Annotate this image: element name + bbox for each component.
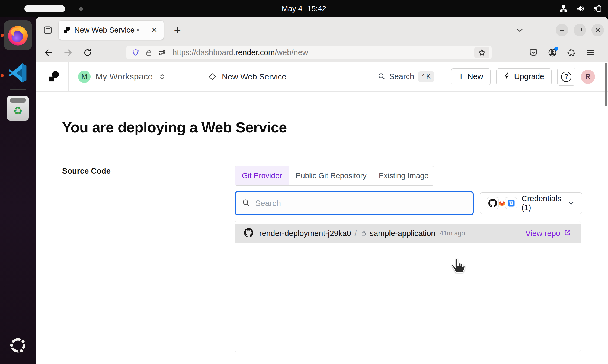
- tab-title: New Web Service • Rend: [74, 26, 142, 34]
- question-mark-icon: ?: [561, 72, 571, 82]
- private-repo-lock-icon: [360, 230, 367, 237]
- workspace-indicator-dot[interactable]: [79, 7, 83, 11]
- repo-search-box[interactable]: [235, 191, 474, 215]
- page-scrollbar-thumb[interactable]: [605, 63, 607, 106]
- repo-name: sample-application: [370, 229, 436, 238]
- trash-bin: ♻: [7, 96, 29, 121]
- system-tray[interactable]: [559, 0, 603, 17]
- workspace-switcher[interactable]: M My Workspace: [69, 62, 195, 91]
- repo-separator: /: [355, 229, 357, 238]
- system-clock[interactable]: May 4 15:42: [282, 0, 326, 17]
- repo-owner: render-deployment-j29ka0: [259, 229, 351, 238]
- help-button[interactable]: ?: [557, 68, 575, 86]
- permissions-sliders-icon[interactable]: [158, 48, 167, 57]
- credential-provider-icons: [487, 197, 517, 209]
- search-label: Search: [389, 72, 414, 81]
- mouse-cursor-pointer: [450, 258, 466, 274]
- credentials-label: Credentials (1): [521, 194, 567, 212]
- firefox-running-dot: [1, 34, 4, 37]
- url-domain: render.com: [235, 48, 275, 57]
- firefox-dock-icon[interactable]: [7, 24, 29, 48]
- repo-row[interactable]: render-deployment-j29ka0 / sample-applic…: [235, 224, 581, 243]
- url-path: /web/new: [275, 48, 308, 57]
- bitbucket-icon: [505, 197, 517, 209]
- view-repo-link[interactable]: View repo: [526, 229, 571, 238]
- menu-hamburger-icon[interactable]: [584, 46, 597, 59]
- show-apps-ubuntu-icon[interactable]: [8, 335, 28, 357]
- system-top-bar: May 4 15:42: [0, 0, 608, 17]
- search-icon: [242, 198, 250, 208]
- source-code-label: Source Code: [62, 167, 111, 175]
- tab-title-fade: [133, 23, 149, 37]
- workspace-indicator-pill[interactable]: [24, 5, 65, 12]
- external-link-icon: [564, 229, 571, 238]
- network-icon: [559, 4, 568, 13]
- lightning-bolt-icon: [504, 72, 511, 82]
- desktop: May 4 15:42: [0, 0, 608, 364]
- github-icon: [487, 197, 499, 209]
- search-icon: [377, 72, 386, 81]
- bookmark-star-icon[interactable]: [474, 47, 489, 58]
- search-shortcut-badge: ^ K: [418, 71, 434, 82]
- reload-button[interactable]: [81, 46, 94, 59]
- tab-existing-image[interactable]: Existing Image: [373, 166, 434, 185]
- new-tab-button[interactable]: +: [170, 23, 185, 37]
- workspace-name: My Workspace: [95, 72, 153, 82]
- view-repo-label: View repo: [526, 229, 560, 238]
- upgrade-button-label: Upgrade: [514, 72, 544, 81]
- forward-button[interactable]: [62, 46, 74, 59]
- global-search[interactable]: Search ^ K: [377, 71, 434, 82]
- render-logo[interactable]: [48, 70, 60, 83]
- list-tabs-chevron-icon[interactable]: [513, 24, 527, 36]
- tracking-protection-shield-icon[interactable]: [131, 48, 140, 57]
- workspace-updown-chevron-icon: [158, 73, 166, 81]
- tab-public-git-repository[interactable]: Public Git Repository: [289, 166, 373, 185]
- user-avatar[interactable]: R: [581, 70, 595, 84]
- chevron-down-icon: [567, 199, 575, 207]
- credentials-dropdown[interactable]: Credentials (1): [480, 192, 582, 214]
- url-bar[interactable]: https://dashboard.render.com/web/new: [126, 46, 492, 59]
- restore-button[interactable]: [574, 24, 586, 36]
- new-button-label: New: [468, 72, 483, 81]
- lock-icon[interactable]: [145, 49, 153, 57]
- trash-dock-icon[interactable]: ♻: [7, 96, 29, 121]
- battery-icon: [592, 4, 603, 13]
- page-title: New Web Service: [222, 72, 286, 81]
- account-notification-dot: [554, 47, 558, 51]
- clock-date: May 4: [282, 4, 302, 13]
- browser-tab[interactable]: New Web Service • Rend ✕: [59, 21, 164, 40]
- vscode-dock-icon[interactable]: [7, 60, 29, 87]
- dock-divider: [10, 89, 26, 90]
- pocket-icon[interactable]: [527, 46, 540, 59]
- account-icon[interactable]: [546, 46, 559, 59]
- vscode-running-dot: [1, 74, 4, 77]
- extensions-puzzle-icon[interactable]: [565, 46, 578, 59]
- firefox-view-button[interactable]: [41, 24, 54, 36]
- service-diamond-icon: [208, 73, 216, 81]
- tab-git-provider[interactable]: Git Provider: [235, 166, 289, 185]
- back-button[interactable]: [42, 46, 55, 59]
- close-window-button[interactable]: [591, 24, 604, 36]
- main-content: You are deploying a Web Service Source C…: [36, 92, 608, 364]
- url-text: https://dashboard.render.com/web/new: [172, 48, 308, 57]
- page-heading: You are deploying a Web Service: [62, 119, 287, 136]
- browser-toolbar: https://dashboard.render.com/web/new: [36, 43, 608, 62]
- upgrade-button[interactable]: Upgrade: [496, 68, 552, 85]
- repo-updated-time: 41m ago: [440, 229, 465, 237]
- workspace-avatar: M: [78, 71, 91, 83]
- source-type-tabs: Git Provider Public Git Repository Exist…: [235, 166, 434, 186]
- repo-list-panel: render-deployment-j29ka0 / sample-applic…: [235, 221, 581, 352]
- new-button[interactable]: + New: [451, 68, 491, 85]
- source-code-controls: Git Provider Public Git Repository Exist…: [235, 166, 582, 352]
- trash-lid: [10, 98, 26, 103]
- app-header: M My Workspace New Web Serv: [36, 62, 608, 92]
- render-dashboard-page: M My Workspace New Web Serv: [36, 62, 608, 364]
- volume-icon: [575, 4, 585, 13]
- github-icon: [244, 228, 253, 238]
- clock-time: 15:42: [307, 4, 326, 13]
- url-prefix: https://dashboard.: [172, 48, 235, 57]
- repo-search-input[interactable]: [255, 199, 467, 208]
- minimize-button[interactable]: [556, 24, 568, 36]
- dock: ♻: [0, 17, 36, 364]
- tab-close-icon[interactable]: ✕: [149, 25, 159, 35]
